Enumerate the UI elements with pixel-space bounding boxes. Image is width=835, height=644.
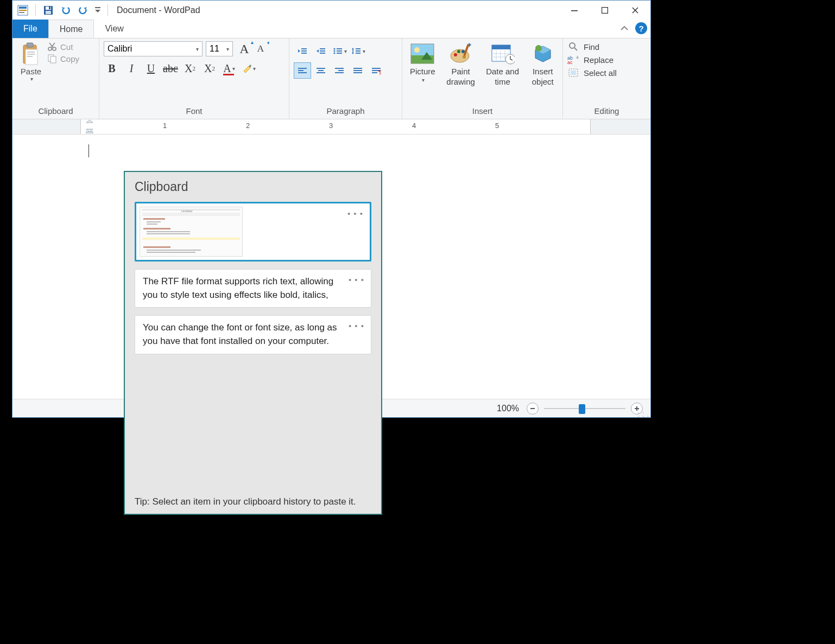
copy-button[interactable]: Copy bbox=[47, 54, 79, 63]
clipboard-item-menu-button[interactable]: • • • bbox=[347, 208, 363, 220]
decrease-indent-button[interactable] bbox=[294, 43, 311, 59]
copy-icon bbox=[47, 54, 57, 63]
svg-rect-7 bbox=[49, 7, 50, 9]
cut-button[interactable]: Cut bbox=[47, 42, 79, 52]
line-spacing-button[interactable]: ▾ bbox=[349, 43, 366, 59]
bold-button[interactable]: B bbox=[104, 60, 120, 76]
group-clipboard: Paste ▾ Cut Copy Clipboard bbox=[12, 39, 99, 119]
zoom-slider[interactable] bbox=[544, 404, 625, 413]
group-label-font: Font bbox=[104, 105, 284, 117]
svg-rect-34 bbox=[356, 48, 360, 49]
align-center-button[interactable] bbox=[312, 62, 330, 79]
clipboard-item-1[interactable]: Untitled • • • bbox=[135, 202, 371, 262]
clipboard-item-menu-button[interactable]: • • • bbox=[349, 274, 364, 286]
tab-home[interactable]: Home bbox=[48, 20, 94, 38]
svg-rect-90 bbox=[142, 238, 240, 240]
undo-button[interactable] bbox=[59, 3, 73, 17]
datetime-label: Date and time bbox=[483, 67, 522, 87]
svg-rect-6 bbox=[46, 11, 51, 14]
clipboard-item-menu-button[interactable]: • • • bbox=[349, 320, 364, 332]
maximize-button[interactable] bbox=[590, 1, 620, 20]
paint-drawing-button[interactable]: Paint drawing bbox=[444, 42, 477, 87]
strikethrough-button[interactable]: abc bbox=[162, 60, 179, 76]
zoom-slider-thumb[interactable] bbox=[579, 404, 585, 414]
increase-indent-button[interactable] bbox=[312, 43, 330, 59]
replace-icon: abac bbox=[567, 55, 579, 65]
paint-icon bbox=[449, 42, 473, 66]
minimize-button[interactable] bbox=[559, 1, 590, 20]
subscript-button[interactable]: X2 bbox=[182, 60, 198, 76]
svg-rect-42 bbox=[317, 72, 325, 73]
svg-rect-37 bbox=[298, 68, 307, 69]
paragraph-dialog-button[interactable]: ¶ bbox=[368, 62, 385, 79]
justify-button[interactable] bbox=[349, 62, 366, 79]
scissors-icon bbox=[47, 42, 57, 52]
insert-object-button[interactable]: Insert object bbox=[527, 42, 558, 87]
grow-font-button[interactable]: A▴ bbox=[236, 41, 252, 57]
qat-customize-button[interactable] bbox=[93, 3, 102, 17]
paste-button[interactable]: Paste ▾ bbox=[17, 41, 45, 82]
svg-rect-39 bbox=[298, 72, 307, 73]
font-color-button[interactable]: A▾ bbox=[221, 60, 237, 76]
tab-file[interactable]: File bbox=[12, 20, 48, 38]
svg-rect-49 bbox=[372, 68, 381, 69]
clipboard-item-3[interactable]: You can change the font or font size, as… bbox=[135, 315, 371, 354]
indent-marker[interactable] bbox=[86, 119, 93, 133]
chevron-down-icon: ▾ bbox=[196, 46, 199, 52]
svg-rect-76 bbox=[86, 132, 93, 133]
underline-button[interactable]: U bbox=[143, 60, 159, 76]
ribbon-tabs: File Home View ? bbox=[12, 20, 650, 38]
svg-rect-36 bbox=[356, 53, 360, 54]
clipboard-item-text: The RTF file format supports rich text, … bbox=[143, 276, 333, 300]
ruler-tick: 1 bbox=[163, 122, 167, 130]
tab-view[interactable]: View bbox=[94, 20, 134, 38]
collapse-ribbon-button[interactable] bbox=[618, 22, 631, 35]
superscript-button[interactable]: X2 bbox=[201, 60, 218, 76]
svg-rect-31 bbox=[337, 50, 342, 52]
find-label: Find bbox=[584, 42, 599, 52]
group-label-clipboard: Clipboard bbox=[17, 105, 94, 117]
insert-picture-button[interactable]: Picture ▾ bbox=[407, 42, 438, 84]
help-button[interactable]: ? bbox=[635, 22, 647, 34]
group-insert: Picture ▾ Paint drawing Date and time In… bbox=[402, 39, 563, 119]
text-cursor bbox=[88, 144, 89, 157]
svg-rect-83 bbox=[142, 213, 240, 216]
highlight-button[interactable]: ▾ bbox=[241, 60, 257, 76]
svg-rect-32 bbox=[337, 53, 342, 54]
svg-rect-89 bbox=[147, 233, 190, 234]
redo-button[interactable] bbox=[76, 3, 90, 17]
resize-grip[interactable]: .. .. . . bbox=[637, 406, 649, 416]
bullets-button[interactable]: ▾ bbox=[331, 43, 348, 59]
svg-rect-22 bbox=[301, 50, 307, 52]
italic-button[interactable]: I bbox=[123, 60, 140, 76]
svg-rect-40 bbox=[317, 68, 325, 69]
align-left-button[interactable] bbox=[294, 62, 311, 79]
svg-rect-26 bbox=[320, 53, 325, 54]
font-name-combo[interactable]: Calibri ▾ bbox=[104, 41, 203, 56]
save-button[interactable] bbox=[41, 3, 55, 17]
svg-text:Untitled: Untitled bbox=[181, 209, 192, 213]
group-label-paragraph: Paragraph bbox=[294, 105, 397, 117]
replace-button[interactable]: abac Replace bbox=[567, 55, 613, 65]
font-size-combo[interactable]: 11 ▾ bbox=[206, 41, 233, 56]
group-font: Calibri ▾ 11 ▾ A▴ A▾ B I U bbox=[99, 39, 289, 119]
svg-rect-43 bbox=[335, 68, 344, 69]
shrink-font-button[interactable]: A▾ bbox=[252, 41, 269, 57]
app-icon bbox=[16, 3, 30, 17]
align-right-button[interactable] bbox=[331, 62, 348, 79]
svg-rect-35 bbox=[356, 50, 360, 52]
find-button[interactable]: Find bbox=[567, 42, 599, 52]
close-button[interactable] bbox=[620, 1, 650, 20]
date-time-button[interactable]: Date and time bbox=[483, 42, 522, 87]
svg-point-71 bbox=[570, 43, 575, 48]
select-all-button[interactable]: Select all bbox=[567, 68, 617, 78]
clipboard-item-2[interactable]: The RTF file format supports rich text, … bbox=[135, 269, 371, 308]
zoom-out-button[interactable] bbox=[527, 403, 539, 415]
svg-rect-3 bbox=[19, 12, 24, 13]
ruler[interactable]: 1 2 3 4 5 bbox=[12, 119, 650, 135]
clipboard-image-thumbnail: Untitled bbox=[140, 207, 243, 257]
svg-rect-77 bbox=[530, 408, 535, 409]
svg-rect-20 bbox=[50, 56, 56, 63]
svg-rect-38 bbox=[298, 70, 303, 71]
chevron-down-icon: ▾ bbox=[422, 77, 425, 84]
